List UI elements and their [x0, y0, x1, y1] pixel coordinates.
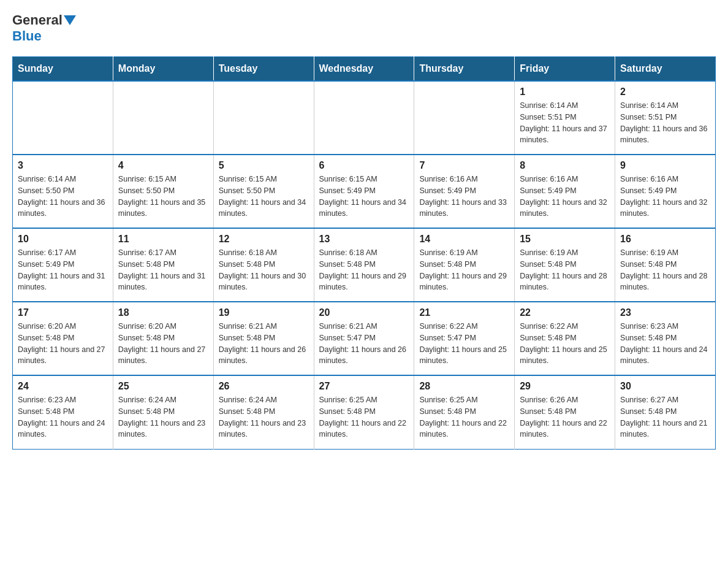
day-info: Sunrise: 6:19 AM Sunset: 5:48 PM Dayligh…: [419, 247, 509, 293]
calendar-week-row: 1Sunrise: 6:14 AM Sunset: 5:51 PM Daylig…: [13, 81, 716, 155]
day-info: Sunrise: 6:15 AM Sunset: 5:49 PM Dayligh…: [319, 174, 409, 220]
day-number: 5: [219, 160, 309, 171]
logo-blue-text: Blue: [12, 28, 42, 44]
day-number: 1: [520, 86, 610, 98]
day-info: Sunrise: 6:23 AM Sunset: 5:48 PM Dayligh…: [18, 394, 108, 440]
calendar-cell: [13, 81, 113, 155]
calendar-week-row: 3Sunrise: 6:14 AM Sunset: 5:50 PM Daylig…: [13, 155, 716, 228]
day-info: Sunrise: 6:24 AM Sunset: 5:48 PM Dayligh…: [219, 394, 309, 440]
day-info: Sunrise: 6:20 AM Sunset: 5:48 PM Dayligh…: [118, 321, 208, 367]
day-info: Sunrise: 6:16 AM Sunset: 5:49 PM Dayligh…: [419, 174, 509, 220]
day-info: Sunrise: 6:15 AM Sunset: 5:50 PM Dayligh…: [219, 174, 309, 220]
calendar-cell: 30Sunrise: 6:27 AM Sunset: 5:48 PM Dayli…: [615, 375, 716, 449]
calendar-cell: 18Sunrise: 6:20 AM Sunset: 5:48 PM Dayli…: [113, 302, 213, 375]
day-of-week-header: Thursday: [414, 57, 515, 82]
day-number: 2: [620, 86, 710, 98]
day-info: Sunrise: 6:14 AM Sunset: 5:51 PM Dayligh…: [620, 100, 710, 146]
day-number: 20: [319, 307, 409, 318]
day-number: 28: [419, 381, 509, 392]
day-number: 4: [118, 160, 208, 171]
day-info: Sunrise: 6:22 AM Sunset: 5:47 PM Dayligh…: [419, 321, 509, 367]
calendar-cell: 21Sunrise: 6:22 AM Sunset: 5:47 PM Dayli…: [414, 302, 515, 375]
day-info: Sunrise: 6:25 AM Sunset: 5:48 PM Dayligh…: [419, 394, 509, 440]
calendar-cell: [314, 81, 414, 155]
calendar-cell: 3Sunrise: 6:14 AM Sunset: 5:50 PM Daylig…: [13, 155, 113, 228]
day-number: 17: [18, 307, 108, 318]
day-number: 10: [18, 234, 108, 245]
calendar-cell: [113, 81, 213, 155]
calendar-cell: 23Sunrise: 6:23 AM Sunset: 5:48 PM Dayli…: [615, 302, 716, 375]
calendar-cell: 4Sunrise: 6:15 AM Sunset: 5:50 PM Daylig…: [113, 155, 213, 228]
calendar-cell: 7Sunrise: 6:16 AM Sunset: 5:49 PM Daylig…: [414, 155, 515, 228]
page-header: General Blue: [12, 12, 716, 44]
day-number: 22: [520, 307, 610, 318]
calendar-table: SundayMondayTuesdayWednesdayThursdayFrid…: [12, 56, 716, 450]
day-number: 7: [419, 160, 509, 171]
calendar-week-row: 24Sunrise: 6:23 AM Sunset: 5:48 PM Dayli…: [13, 375, 716, 449]
calendar-cell: [414, 81, 515, 155]
calendar-cell: 26Sunrise: 6:24 AM Sunset: 5:48 PM Dayli…: [213, 375, 314, 449]
day-info: Sunrise: 6:20 AM Sunset: 5:48 PM Dayligh…: [18, 321, 108, 367]
day-info: Sunrise: 6:16 AM Sunset: 5:49 PM Dayligh…: [620, 174, 710, 220]
calendar-week-row: 17Sunrise: 6:20 AM Sunset: 5:48 PM Dayli…: [13, 302, 716, 375]
logo-general-text: General: [12, 12, 63, 28]
day-info: Sunrise: 6:14 AM Sunset: 5:50 PM Dayligh…: [18, 174, 108, 220]
calendar-cell: 16Sunrise: 6:19 AM Sunset: 5:48 PM Dayli…: [615, 228, 716, 302]
day-number: 29: [520, 381, 610, 392]
day-number: 30: [620, 381, 710, 392]
calendar-cell: 28Sunrise: 6:25 AM Sunset: 5:48 PM Dayli…: [414, 375, 515, 449]
calendar-cell: 20Sunrise: 6:21 AM Sunset: 5:47 PM Dayli…: [314, 302, 414, 375]
day-number: 21: [419, 307, 509, 318]
day-info: Sunrise: 6:19 AM Sunset: 5:48 PM Dayligh…: [620, 247, 710, 293]
day-info: Sunrise: 6:21 AM Sunset: 5:47 PM Dayligh…: [319, 321, 409, 367]
day-number: 15: [520, 234, 610, 245]
day-number: 26: [219, 381, 309, 392]
day-number: 27: [319, 381, 409, 392]
day-number: 24: [18, 381, 108, 392]
day-number: 8: [520, 160, 610, 171]
calendar-cell: 24Sunrise: 6:23 AM Sunset: 5:48 PM Dayli…: [13, 375, 113, 449]
day-number: 19: [219, 307, 309, 318]
day-info: Sunrise: 6:23 AM Sunset: 5:48 PM Dayligh…: [620, 321, 710, 367]
calendar-cell: 11Sunrise: 6:17 AM Sunset: 5:48 PM Dayli…: [113, 228, 213, 302]
calendar-cell: 6Sunrise: 6:15 AM Sunset: 5:49 PM Daylig…: [314, 155, 414, 228]
logo: General Blue: [12, 12, 77, 44]
day-of-week-header: Monday: [113, 57, 213, 82]
calendar-cell: 10Sunrise: 6:17 AM Sunset: 5:49 PM Dayli…: [13, 228, 113, 302]
calendar-cell: 5Sunrise: 6:15 AM Sunset: 5:50 PM Daylig…: [213, 155, 314, 228]
day-number: 9: [620, 160, 710, 171]
day-of-week-header: Sunday: [13, 57, 113, 82]
calendar-cell: 29Sunrise: 6:26 AM Sunset: 5:48 PM Dayli…: [515, 375, 615, 449]
day-number: 23: [620, 307, 710, 318]
day-number: 18: [118, 307, 208, 318]
day-info: Sunrise: 6:25 AM Sunset: 5:48 PM Dayligh…: [319, 394, 409, 440]
day-number: 25: [118, 381, 208, 392]
day-number: 14: [419, 234, 509, 245]
day-info: Sunrise: 6:24 AM Sunset: 5:48 PM Dayligh…: [118, 394, 208, 440]
day-of-week-header: Wednesday: [314, 57, 414, 82]
calendar-week-row: 10Sunrise: 6:17 AM Sunset: 5:49 PM Dayli…: [13, 228, 716, 302]
day-info: Sunrise: 6:14 AM Sunset: 5:51 PM Dayligh…: [520, 100, 610, 146]
day-info: Sunrise: 6:16 AM Sunset: 5:49 PM Dayligh…: [520, 174, 610, 220]
calendar-header-row: SundayMondayTuesdayWednesdayThursdayFrid…: [13, 57, 716, 82]
calendar-cell: 2Sunrise: 6:14 AM Sunset: 5:51 PM Daylig…: [615, 81, 716, 155]
day-info: Sunrise: 6:27 AM Sunset: 5:48 PM Dayligh…: [620, 394, 710, 440]
calendar-cell: 12Sunrise: 6:18 AM Sunset: 5:48 PM Dayli…: [213, 228, 314, 302]
calendar-cell: 14Sunrise: 6:19 AM Sunset: 5:48 PM Dayli…: [414, 228, 515, 302]
calendar-cell: 1Sunrise: 6:14 AM Sunset: 5:51 PM Daylig…: [515, 81, 615, 155]
day-of-week-header: Friday: [515, 57, 615, 82]
day-info: Sunrise: 6:18 AM Sunset: 5:48 PM Dayligh…: [219, 247, 309, 293]
day-number: 11: [118, 234, 208, 245]
day-info: Sunrise: 6:21 AM Sunset: 5:48 PM Dayligh…: [219, 321, 309, 367]
day-info: Sunrise: 6:18 AM Sunset: 5:48 PM Dayligh…: [319, 247, 409, 293]
calendar-cell: 13Sunrise: 6:18 AM Sunset: 5:48 PM Dayli…: [314, 228, 414, 302]
calendar-cell: [213, 81, 314, 155]
calendar-cell: 17Sunrise: 6:20 AM Sunset: 5:48 PM Dayli…: [13, 302, 113, 375]
calendar-cell: 27Sunrise: 6:25 AM Sunset: 5:48 PM Dayli…: [314, 375, 414, 449]
logo-triangle-icon: [64, 15, 76, 25]
day-number: 13: [319, 234, 409, 245]
day-info: Sunrise: 6:22 AM Sunset: 5:48 PM Dayligh…: [520, 321, 610, 367]
day-number: 6: [319, 160, 409, 171]
day-of-week-header: Tuesday: [213, 57, 314, 82]
day-number: 16: [620, 234, 710, 245]
